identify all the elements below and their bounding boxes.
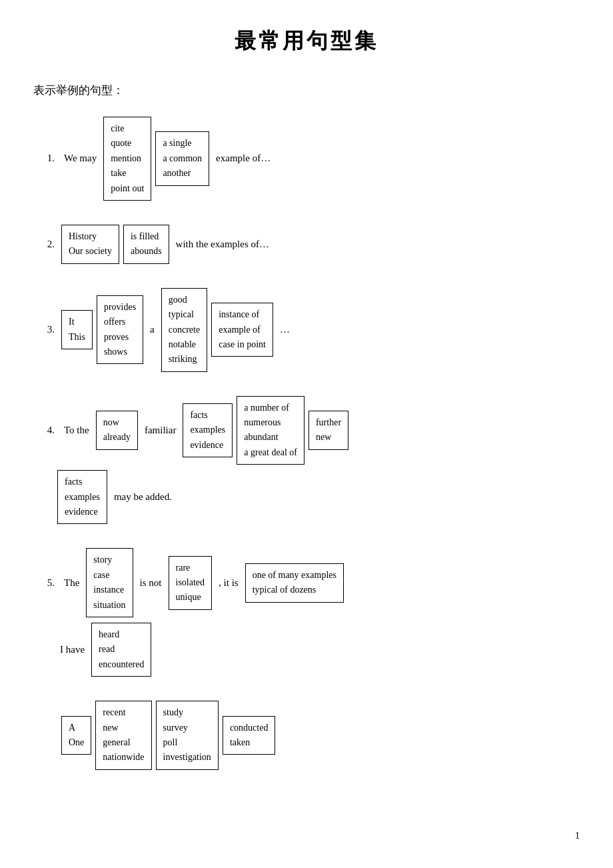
s6-box3: study survey poll investigation (156, 701, 219, 770)
num-5: 5. (33, 577, 55, 589)
s5-box1: story case instance situation (86, 548, 133, 617)
s3-box4: instance of example of case in point (211, 303, 273, 357)
s5-it-is: , it is (216, 577, 241, 589)
s5-box4: heard read encountered (91, 623, 151, 677)
s5-the: The (61, 577, 82, 589)
s6-box4: conducted taken (223, 716, 276, 755)
sentence-6: 6. A One recent new general nationwide s… (33, 701, 580, 770)
s5-i-have: I have (57, 644, 87, 655)
num-4: 4. (33, 425, 55, 436)
s3-a: a (147, 324, 157, 335)
s4-box3: a number of numerous abundant a great de… (237, 396, 305, 465)
s2-box1: History Our society (61, 225, 119, 264)
num-3: 3. (33, 324, 55, 335)
section-heading: 表示举例的句型： (33, 83, 580, 98)
s3-box3: good typical concrete notable striking (161, 288, 207, 372)
sentence-4: 4. To the now already familiar facts exa… (33, 396, 580, 525)
s5-box3: one of many examples typical of dozens (245, 563, 344, 603)
s4-row2: facts examples evidence may be added. (57, 470, 580, 524)
page-number: 1 (575, 831, 580, 841)
sentence-5: 5. The story case instance situation is … (33, 548, 580, 677)
sentence-3: 3. It This provides offers proves shows … (33, 288, 580, 372)
s1-box2: a single a common another (155, 131, 209, 185)
s4-may-be-added: may be added. (111, 491, 175, 503)
s1-example: example of… (213, 153, 273, 164)
s4-to-the: To the (61, 425, 92, 436)
s4-familiar: familiar (142, 425, 179, 436)
s5-row2: I have heard read encountered (57, 623, 580, 677)
s2-box2: is filled abounds (123, 225, 169, 264)
s4-box5: facts examples evidence (57, 470, 107, 524)
s5-is-not: is not (137, 577, 165, 589)
sentence-2: 2. History Our society is filled abounds… (33, 225, 580, 264)
num-1: 1. (33, 153, 55, 164)
s1-we-may: We may (61, 153, 99, 164)
s3-dots: … (277, 324, 293, 335)
s6-box1: A One (61, 716, 91, 755)
s3-box1: It This (61, 310, 93, 349)
page-title: 最常用句型集 (33, 27, 580, 56)
s4-box1: now already (96, 411, 138, 450)
s2-with: with the examples of… (173, 239, 272, 250)
sentence-1: 1. We may cite quote mention take point … (33, 117, 580, 201)
s4-box2: facts examples evidence (183, 403, 233, 457)
s6-box2: recent new general nationwide (95, 701, 151, 770)
s5-box2: rare isolated unique (169, 556, 213, 610)
s1-box1: cite quote mention take point out (103, 117, 151, 201)
s3-box2: provides offers proves shows (97, 295, 143, 365)
num-2: 2. (33, 239, 55, 250)
s4-box4: further new (308, 411, 348, 450)
